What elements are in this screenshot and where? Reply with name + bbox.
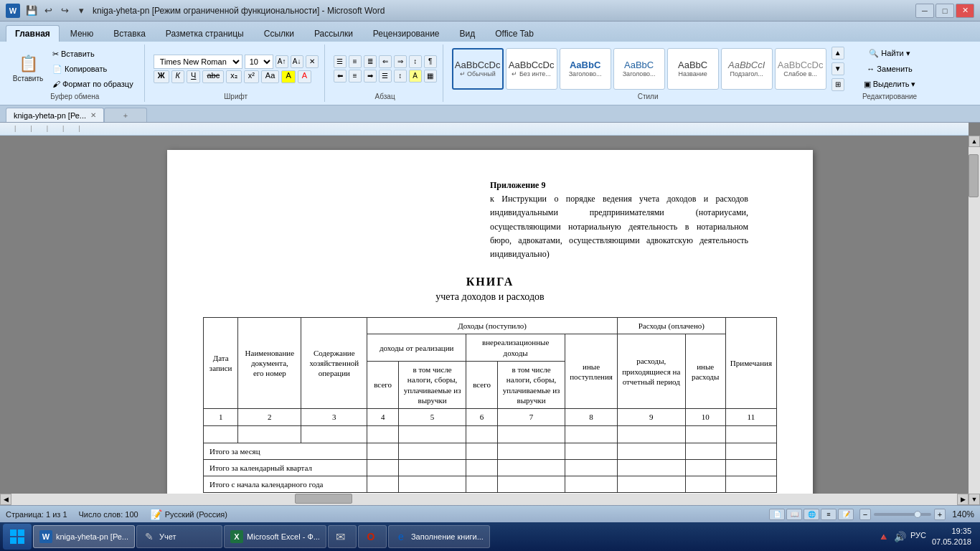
start-button[interactable]: [3, 524, 32, 550]
view-full-btn[interactable]: 📖: [786, 509, 802, 520]
clipboard-group: 📋 Вставить ✂Вставить 📄Копировать 🖌Формат…: [6, 44, 145, 102]
replace-btn[interactable]: ↔ Заменить: [862, 62, 918, 75]
zoom-in-btn[interactable]: +: [934, 509, 946, 520]
style-subtitle[interactable]: AaBbCcI Подзагол...: [721, 48, 773, 90]
tray-volume-icon[interactable]: 🔊: [894, 531, 906, 542]
format-painter-btn[interactable]: 🖌Формат по образцу: [47, 77, 138, 90]
h-scrollbar[interactable]: ◀ ▶: [0, 494, 969, 505]
scroll-thumb[interactable]: [969, 154, 979, 197]
shading-btn[interactable]: A: [409, 70, 422, 83]
new-tab-btn[interactable]: +: [104, 108, 147, 122]
bullets-btn[interactable]: ☰: [334, 55, 347, 68]
qa-undo[interactable]: ↩: [41, 4, 55, 18]
multilevel-btn[interactable]: ≣: [364, 55, 377, 68]
h-scroll-thumb[interactable]: [295, 494, 352, 504]
tab-layout[interactable]: Разметка страницы: [156, 25, 253, 42]
tab-view[interactable]: Вид: [451, 25, 485, 42]
h-scroll-track[interactable]: [11, 494, 957, 505]
taskbar-excel[interactable]: X Microsoft Excel - Ф...: [224, 525, 326, 548]
font-grow-btn[interactable]: A↑: [275, 55, 288, 68]
align-justify-btn[interactable]: ☰: [379, 70, 392, 83]
highlight-btn[interactable]: A: [281, 70, 295, 83]
decrease-indent-btn[interactable]: ⇐: [379, 55, 392, 68]
tab-mailings[interactable]: Рассылки: [305, 25, 362, 42]
font-name-select[interactable]: Times New Roman: [154, 55, 242, 69]
style-heading2[interactable]: AaBbC Заголово...: [613, 48, 665, 90]
scroll-left-btn[interactable]: ◀: [0, 494, 11, 505]
v-scrollbar[interactable]: ▲ ▼: [969, 136, 980, 505]
style-normal[interactable]: AaBbCcDс ↵ Обычный: [452, 48, 504, 90]
qa-more[interactable]: ▾: [74, 4, 88, 18]
find-btn[interactable]: 🔍 Найти ▾: [864, 47, 915, 60]
align-left-btn[interactable]: ⬅: [334, 70, 347, 83]
increase-indent-btn[interactable]: ⇒: [394, 55, 407, 68]
align-right-btn[interactable]: ➡: [364, 70, 377, 83]
styles-scroll-up[interactable]: ▲: [831, 47, 844, 60]
styles-more[interactable]: ⊞: [831, 78, 844, 91]
zoom-out-btn[interactable]: −: [859, 509, 871, 520]
font-size-select[interactable]: 10: [245, 55, 273, 69]
clear-format-btn[interactable]: ✕: [306, 55, 319, 68]
subscript-btn[interactable]: x₂: [226, 70, 242, 83]
cut-btn[interactable]: ✂Вставить: [47, 47, 138, 61]
maximize-btn[interactable]: □: [936, 4, 954, 18]
tab-insert[interactable]: Вставка: [104, 25, 155, 42]
sort-btn[interactable]: ↕: [409, 55, 422, 68]
show-marks-btn[interactable]: ¶: [424, 55, 437, 68]
col-num-4: 4: [367, 409, 399, 425]
copy-btn[interactable]: 📄Копировать: [47, 62, 138, 76]
doc-tab-close[interactable]: ✕: [90, 111, 96, 119]
language-indicator[interactable]: 📝 Русский (Россия): [150, 509, 227, 520]
tab-home[interactable]: Главная: [6, 25, 60, 42]
numbering-btn[interactable]: ≡: [349, 55, 362, 68]
scroll-track[interactable]: [969, 147, 980, 494]
scroll-right-btn[interactable]: ▶: [957, 494, 969, 505]
view-draft-btn[interactable]: 📝: [838, 509, 854, 520]
border-btn[interactable]: ▦: [424, 70, 437, 83]
taskbar-word[interactable]: W kniga-yheta-pn [Ре...: [33, 525, 135, 548]
scroll-up-btn[interactable]: ▲: [969, 136, 980, 147]
tab-menu[interactable]: Меню: [61, 25, 103, 42]
taskbar-mail[interactable]: ✉: [328, 525, 357, 548]
align-center-btn[interactable]: ≡: [349, 70, 362, 83]
tab-review[interactable]: Рецензирование: [364, 25, 449, 42]
style-subtle-em[interactable]: AaBbCcDс Слабое в...: [775, 48, 826, 90]
minimize-btn[interactable]: ─: [915, 4, 934, 18]
style-title[interactable]: AaBbC Название: [667, 48, 719, 90]
tab-refs[interactable]: Ссылки: [255, 25, 303, 42]
tab-officetab[interactable]: Office Tab: [486, 25, 543, 42]
font-shrink-btn[interactable]: A↓: [291, 55, 303, 68]
superscript-btn[interactable]: x²: [244, 70, 259, 83]
tray-network-icon[interactable]: 🔺: [877, 531, 890, 542]
select-btn[interactable]: ▣ Выделить ▾: [859, 77, 921, 91]
taskbar-ie[interactable]: e Заполнение книги...: [388, 525, 490, 548]
sm-col6: [466, 443, 498, 459]
style-no-spacing[interactable]: AaBbCcDс ↵ Без инте...: [506, 48, 557, 90]
case-btn[interactable]: Аа: [261, 70, 280, 83]
document-scroll[interactable]: Приложение 9 к Инструкции о порядке веде…: [0, 136, 980, 505]
summary-row-quarter: Итого за календарный квартал: [204, 459, 777, 476]
line-spacing-btn[interactable]: ↕: [394, 70, 407, 83]
view-outline-btn[interactable]: ≡: [821, 509, 837, 520]
styles-scroll-down[interactable]: ▼: [831, 62, 844, 75]
tray-lang-label[interactable]: РУС: [910, 531, 926, 542]
taskbar-notepad[interactable]: ✎ Учет: [136, 525, 222, 548]
scroll-down-btn[interactable]: ▼: [969, 494, 980, 505]
italic-btn[interactable]: К: [171, 70, 184, 83]
underline-btn[interactable]: Ч: [187, 70, 200, 83]
qa-save[interactable]: 💾: [24, 4, 39, 18]
close-btn[interactable]: ✕: [956, 4, 974, 18]
zoom-slider[interactable]: [874, 513, 931, 516]
doc-tab-main[interactable]: kniga-yheta-pn [Ре... ✕: [6, 108, 104, 122]
zoom-slider-thumb[interactable]: [914, 511, 921, 518]
qa-redo[interactable]: ↪: [57, 4, 72, 18]
view-web-btn[interactable]: 🌐: [804, 509, 819, 520]
view-print-btn[interactable]: 📄: [769, 509, 785, 520]
system-clock[interactable]: 19:35 07.05.2018: [932, 526, 971, 548]
taskbar-opera[interactable]: O: [358, 525, 387, 548]
strikethrough-btn[interactable]: abc: [202, 70, 224, 83]
bold-btn[interactable]: Ж: [154, 70, 169, 83]
fontcolor-btn[interactable]: A: [298, 70, 311, 83]
paste-btn[interactable]: 📋 Вставить: [11, 46, 44, 90]
style-heading1[interactable]: AaBbC Заголово...: [560, 48, 611, 90]
